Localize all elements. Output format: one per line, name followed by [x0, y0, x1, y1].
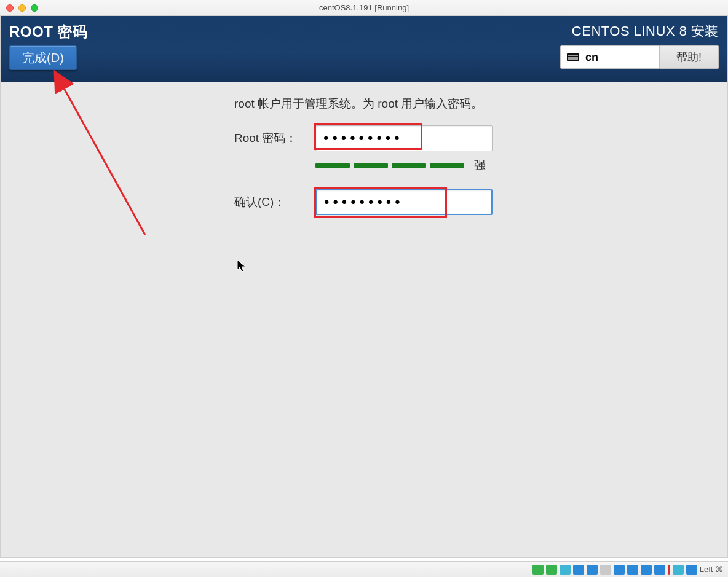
vm-settings-icon[interactable] — [532, 565, 544, 575]
form-intro: root 帐户用于管理系统。为 root 用户输入密码。 — [234, 96, 727, 112]
vm-usb-icon[interactable] — [587, 565, 598, 575]
keyboard-layout-selector[interactable]: cn — [560, 45, 660, 69]
vm-mouse-icon[interactable] — [686, 565, 697, 575]
vm-hostkey-label: Left ⌘ — [700, 565, 723, 574]
page-title: ROOT 密码 — [9, 22, 88, 42]
keyboard-icon — [567, 53, 579, 61]
root-password-input[interactable] — [315, 125, 493, 151]
cursor-icon — [237, 259, 247, 273]
vm-cd-icon[interactable] — [546, 565, 557, 575]
keyboard-layout-value: cn — [585, 51, 598, 64]
confirm-password-label: 确认(C)： — [234, 194, 315, 210]
vm-audio-icon[interactable] — [641, 565, 652, 575]
vm-hdd-icon[interactable] — [560, 565, 571, 575]
vm-content: ROOT 密码 完成(D) CENTOS LINUX 8 安装 cn 帮助! r… — [0, 16, 728, 558]
confirm-password-input[interactable] — [315, 189, 493, 215]
virtualbox-statusbar: Left ⌘ — [0, 561, 728, 577]
help-button[interactable]: 帮助! — [660, 45, 719, 69]
mac-titlebar: centOS8.1.191 [Running] — [0, 0, 728, 16]
vm-display-icon[interactable] — [614, 565, 625, 575]
root-password-label: Root 密码： — [234, 130, 315, 146]
root-password-form: root 帐户用于管理系统。为 root 用户输入密码。 Root 密码： 强 … — [1, 82, 727, 215]
password-strength-label: 强 — [474, 157, 486, 173]
done-button[interactable]: 完成(D) — [9, 45, 77, 70]
anaconda-header: ROOT 密码 完成(D) CENTOS LINUX 8 安装 cn 帮助! — [1, 16, 727, 82]
vm-clipboard-icon[interactable] — [654, 565, 665, 575]
vm-shared-folders-icon[interactable] — [600, 565, 611, 575]
vm-network-icon[interactable] — [573, 565, 584, 575]
vm-recording-icon[interactable] — [627, 565, 638, 575]
install-title: CENTOS LINUX 8 安装 — [572, 22, 719, 41]
window-title: centOS8.1.191 [Running] — [0, 3, 728, 12]
password-strength-meter — [315, 163, 464, 168]
vm-cpu-icon[interactable] — [668, 565, 670, 575]
vm-keyboard-icon[interactable] — [673, 565, 684, 575]
